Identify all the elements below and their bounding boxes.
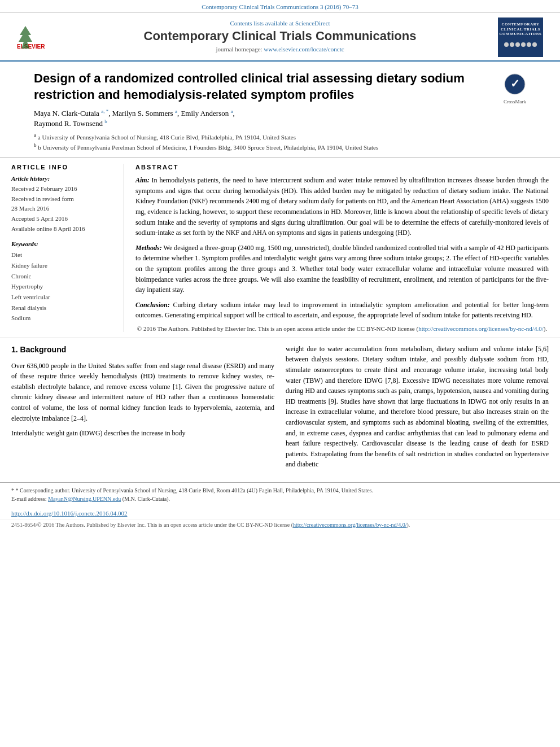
article-history-block: Article history: Received 2 February 201… <box>11 175 117 234</box>
journal-header: ELSEVIER Contents lists available at Sci… <box>0 13 560 62</box>
revised-date: 28 March 2016 <box>11 204 117 214</box>
aim-content: In hemodialysis patients, the need to ha… <box>135 176 549 237</box>
journal-logo-icons <box>504 39 537 53</box>
abstract-methods: Methods: We designed a three-group (2400… <box>135 243 549 295</box>
body-para-1: Over 636,000 people in the United States… <box>11 361 274 424</box>
crossmark-badge: ✓ CrossMark <box>504 73 526 104</box>
abstract-aim-text: Aim: In hemodialysis patients, the need … <box>135 175 549 238</box>
section1-title: 1. Background <box>11 344 274 356</box>
article-title: Design of a randomized controlled clinic… <box>34 71 495 103</box>
accepted-date: Accepted 5 April 2016 <box>11 214 117 224</box>
body-para-3: weight due to water accumulation from me… <box>286 344 549 470</box>
article-affiliations: a a University of Pennsylvania School of… <box>34 132 495 152</box>
elsevier-logo-svg: ELSEVIER <box>17 25 62 50</box>
footnotes-section: * * Corresponding author. University of … <box>0 482 560 506</box>
svg-text:✓: ✓ <box>510 77 520 90</box>
journal-citation: Contemporary Clinical Trials Communicati… <box>0 0 560 13</box>
elsevier-logo-container: ELSEVIER <box>11 18 68 57</box>
svg-text:ELSEVIER: ELSEVIER <box>17 43 45 50</box>
journal-homepage: journal homepage: www.elsevier.com/locat… <box>73 46 487 53</box>
keyword-sodium: Sodium <box>11 313 117 324</box>
body-left-column: 1. Background Over 636,000 people in the… <box>11 344 274 474</box>
sciencedirect-text: Contents lists available at ScienceDirec… <box>73 20 487 27</box>
keywords-block: Keywords: Diet Kidney failure Chronic Hy… <box>11 241 117 324</box>
keyword-chronic: Chronic <box>11 271 117 282</box>
affiliation-a: a a University of Pennsylvania School of… <box>34 132 495 142</box>
journal-logo-container: CONTEMPORARYCLINICAL TRIALSCOMMUNICATION… <box>492 18 549 57</box>
article-info-abstract: ARTICLE INFO Article history: Received 2… <box>0 158 560 338</box>
svg-point-5 <box>515 42 520 47</box>
crossmark-icon: ✓ <box>504 73 526 95</box>
abstract-methods-text: Methods: We designed a three-group (2400… <box>135 243 549 295</box>
abstract-copyright: © 2016 The Authors. Published by Elsevie… <box>135 325 549 332</box>
methods-content: We designed a three-group (2400 mg, 1500… <box>135 244 549 294</box>
keyword-kidney: Kidney failure <box>11 260 117 271</box>
issn-license-link[interactable]: http://creativecommons.org/licenses/by-n… <box>293 522 406 528</box>
abstract-header: ABSTRACT <box>135 164 549 171</box>
abstract-conclusion: Conclusion: Curbing dietary sodium intak… <box>135 300 549 321</box>
abstract-conclusion-text: Conclusion: Curbing dietary sodium intak… <box>135 300 549 321</box>
crossmark-label: CrossMark <box>504 99 526 104</box>
journal-logo-box: CONTEMPORARYCLINICAL TRIALSCOMMUNICATION… <box>498 18 543 57</box>
body-para-2: Interdialytic weight gain (IDWG) describ… <box>11 428 274 439</box>
license-link[interactable]: http://creativecommons.org/licenses/by-n… <box>418 325 544 332</box>
article-header: Design of a randomized controlled clinic… <box>0 62 560 158</box>
abstract-aim: Aim: In hemodialysis patients, the need … <box>135 175 549 238</box>
journal-title: Contemporary Clinical Trials Communicati… <box>73 29 487 43</box>
issn-text: 2451-8654/© 2016 The Authors. Published … <box>11 522 293 528</box>
journal-logo-title: CONTEMPORARYCLINICAL TRIALSCOMMUNICATION… <box>500 22 542 36</box>
sciencedirect-link[interactable]: ScienceDirect <box>295 20 330 27</box>
issn-bar: 2451-8654/© 2016 The Authors. Published … <box>0 519 560 530</box>
footnote-email: E-mail address: MayanN@Nursing.UPENN.edu… <box>11 495 549 503</box>
crossmark-container: ✓ CrossMark <box>504 73 526 104</box>
keyword-left-ventricular: Left ventricular <box>11 292 117 303</box>
svg-point-7 <box>527 42 531 47</box>
footnote-corresponding: * * Corresponding author. University of … <box>11 486 549 495</box>
homepage-link[interactable]: www.elsevier.com/locate/conctc <box>264 46 344 53</box>
affiliation-b: b b University of Pennsylvania Perelman … <box>34 142 495 152</box>
methods-label: Methods: <box>135 244 162 252</box>
keyword-diet: Diet <box>11 250 117 260</box>
body-right-column: weight due to water accumulation from me… <box>286 344 549 474</box>
doi-link[interactable]: http://dx.doi.org/10.1016/j.conctc.2016.… <box>11 510 127 517</box>
history-label: Article history: <box>11 175 117 182</box>
article-authors: Maya N. Clark-Cutaia a, *, Marilyn S. So… <box>34 108 495 128</box>
revised-label: Received in revised form <box>11 194 117 204</box>
conclusion-content: Curbing dietary sodium intake may lead t… <box>135 301 549 320</box>
svg-point-6 <box>521 42 526 47</box>
received-date: Received 2 February 2016 <box>11 184 117 194</box>
keyword-renal-dialysis: Renal dialysis <box>11 303 117 313</box>
abstract-column: ABSTRACT Aim: In hemodialysis patients, … <box>133 164 549 332</box>
svg-point-3 <box>504 42 509 47</box>
available-date: Available online 8 April 2016 <box>11 224 117 234</box>
body-content: 1. Background Over 636,000 people in the… <box>0 338 560 480</box>
article-info-header: ARTICLE INFO <box>11 164 117 171</box>
author-email-link[interactable]: MayanN@Nursing.UPENN.edu <box>48 496 121 502</box>
aim-label: Aim: <box>135 176 150 184</box>
keywords-label: Keywords: <box>11 241 117 247</box>
doi-section: http://dx.doi.org/10.1016/j.conctc.2016.… <box>0 506 560 519</box>
article-info-column: ARTICLE INFO Article history: Received 2… <box>11 164 124 332</box>
journal-header-center: Contents lists available at ScienceDirec… <box>68 18 492 57</box>
svg-point-4 <box>510 42 514 47</box>
conclusion-label: Conclusion: <box>135 301 170 309</box>
keyword-hypertrophy: Hypertrophy <box>11 281 117 292</box>
svg-point-8 <box>532 42 537 47</box>
